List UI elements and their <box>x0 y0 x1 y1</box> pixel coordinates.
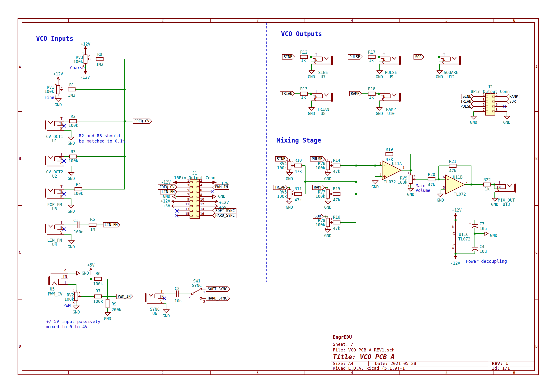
label-rv7: RV7 <box>318 190 325 194</box>
label-r7: R7 <box>96 289 100 293</box>
label-r5: R5 <box>90 217 95 222</box>
wire-junction <box>124 120 126 122</box>
label-r9: R9 <box>112 302 116 306</box>
label-ramp: RAMP <box>351 92 359 96</box>
label-1: 1 <box>286 158 288 161</box>
label-9: 9 <box>187 198 189 201</box>
label-gnd: GND <box>436 74 443 79</box>
label-100k: 100k <box>398 180 407 185</box>
label-gnd: GND <box>376 111 383 116</box>
label-1: 1 <box>325 215 326 218</box>
label-u12: U12 <box>447 74 455 79</box>
label-a: A <box>535 65 537 69</box>
wire-junction <box>355 181 357 183</box>
label-hard-sync: HARD_SYNC <box>215 214 234 218</box>
label-sqr: SQR <box>509 99 516 104</box>
label-gnd: GND <box>82 271 89 276</box>
label-r22: R22 <box>483 177 491 182</box>
label-47k: 47k <box>333 198 340 202</box>
label-id-1-1: Id: 1/1 <box>492 366 510 371</box>
wire-junction <box>378 93 380 95</box>
label-5: 5 <box>445 19 447 23</box>
label-r20: R20 <box>428 172 435 177</box>
label-2: 2 <box>331 189 332 192</box>
connector-pin-notch <box>190 196 192 197</box>
label-gnd: GND <box>324 176 332 181</box>
label-1k: 1k <box>369 58 374 63</box>
label-100k: 100k <box>73 59 83 64</box>
label-2: 2 <box>61 85 63 88</box>
label-8: 8 <box>200 193 202 197</box>
label-gnd: GND <box>372 185 379 189</box>
label-size-a4: Size: A4 <box>333 361 353 366</box>
label-v+: V+ <box>452 231 456 235</box>
label-+12v: +12V <box>219 200 229 205</box>
connector-pin-notch <box>190 210 192 212</box>
label-1k: 1k <box>369 95 374 100</box>
wire-junction <box>378 56 380 58</box>
label-file-vco-pcb-a-rev1-sch: File: VCO_PCB_A_REV1.sch <box>333 347 394 352</box>
label-tn: TN <box>59 122 63 126</box>
label-lin-fm: LIN_FM <box>162 190 175 194</box>
label-5: 5 <box>443 186 445 189</box>
label-2: 2 <box>496 93 497 97</box>
label-r3: R3 <box>71 150 75 154</box>
label-rv5: RV5 <box>279 190 287 194</box>
connector-pin-notch <box>190 191 192 192</box>
wire-junction <box>410 169 412 171</box>
label-+5v: +5V <box>219 205 226 210</box>
label-10: 10 <box>200 198 204 201</box>
connector-pin-notch <box>486 111 488 112</box>
label-be-matched-to-0-1: be matched to 0.1% <box>79 138 125 143</box>
label-1: 1 <box>82 52 84 55</box>
wire-junction <box>355 164 357 167</box>
label-10u: 10u <box>480 249 487 254</box>
label-3: 3 <box>325 228 326 231</box>
label-3: 3 <box>483 98 485 101</box>
label-gnd: GND <box>55 102 62 107</box>
global-label-sine: SINE <box>275 157 288 161</box>
switch-sw1 <box>191 288 202 299</box>
label-11: 11 <box>185 202 189 206</box>
label-1: 1 <box>483 93 485 97</box>
global-label-pulse: PULSE <box>310 157 325 161</box>
label-rv9: RV9 <box>400 176 407 180</box>
wire-junction <box>355 193 357 195</box>
label-r6: R6 <box>96 271 100 276</box>
label-vco-inputs: VCO Inputs <box>36 35 73 42</box>
global-label-pulse: PULSE <box>459 104 474 109</box>
label-cv-oct2: CV_OCT2 <box>46 170 63 174</box>
label-sync: SYNC <box>192 283 202 288</box>
label-main: Main <box>416 183 425 188</box>
jack-u1: TTNSCV_OCT1U1 <box>45 117 66 143</box>
connector-pin-notch <box>197 182 199 183</box>
label-4: 4 <box>351 19 353 23</box>
potentiometer: 123 <box>55 82 63 98</box>
schematic-canvas[interactable]: FREQ_CVLIN_FMPWM_INSOFT_SYNCHARD_SYNCFRE… <box>0 0 555 392</box>
label-3: 3 <box>73 302 75 305</box>
label-gnd: GND <box>286 205 293 210</box>
label-13: 13 <box>185 207 189 211</box>
label-8pin-output-conn: 8Pin_Output_Conn <box>471 89 510 94</box>
label-3: 3 <box>380 172 381 176</box>
label-rv3: RV3 <box>76 55 83 60</box>
label-sw1: SW1 <box>193 279 201 283</box>
label-ramp: RAMP <box>314 185 322 189</box>
connector-pin-notch <box>190 186 192 188</box>
label-2: 2 <box>331 218 332 221</box>
label-12v: -12V <box>451 261 460 266</box>
jack-u5: TTNSPWM_CVU5 <box>48 269 68 296</box>
label-gnd: GND <box>376 74 383 79</box>
global-label-sqr: SQR <box>313 214 323 219</box>
potentiometer: 123 <box>408 172 416 188</box>
label-gnd: GND <box>490 233 497 238</box>
label-c1: C1 <box>73 218 78 223</box>
label-15: 15 <box>185 212 189 216</box>
label-1: 1 <box>187 178 189 182</box>
label-txt: - <box>383 163 386 168</box>
label-t: T <box>60 185 62 189</box>
label-3m2: 3M2 <box>68 93 75 98</box>
potentiometer: 123 <box>325 158 333 174</box>
wire-junction <box>310 56 312 58</box>
label-gnd: GND <box>503 120 511 125</box>
